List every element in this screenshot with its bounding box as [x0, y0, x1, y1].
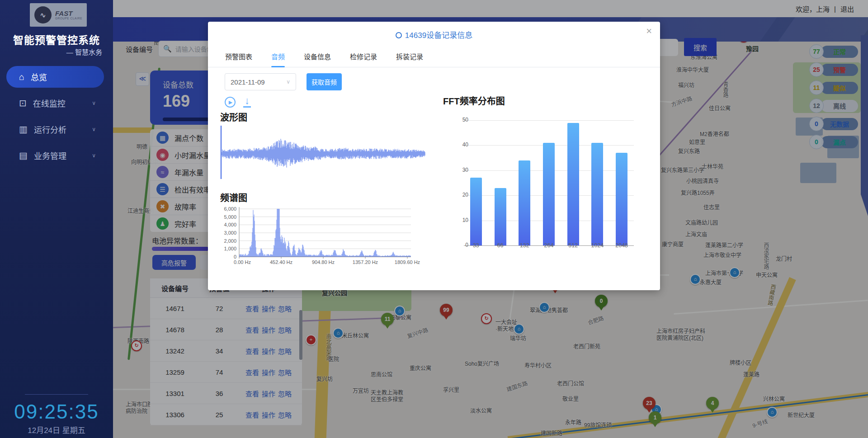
- map-cluster-pin[interactable]: 11: [381, 313, 394, 325]
- map-label: 老西门新苑: [573, 344, 600, 350]
- fft-y-tick: 10: [455, 217, 468, 223]
- high-risk-alarm-button[interactable]: 高危报警: [152, 255, 196, 270]
- device-record-modal: 14639设备记录信息 × 预警图表音频设备信息检修记录拆装记录 2021-11…: [208, 22, 660, 290]
- fft-y-tick: 20: [455, 192, 468, 198]
- map-cluster-pin[interactable]: 23: [643, 397, 656, 410]
- poi-building-icon[interactable]: ⌂: [767, 407, 778, 418]
- poi-building-icon[interactable]: ⌂: [514, 324, 524, 334]
- action-link-忽略[interactable]: 忽略: [278, 348, 292, 355]
- search-button[interactable]: 搜索: [684, 38, 717, 56]
- fetch-audio-button[interactable]: 获取音频: [307, 73, 342, 90]
- legend-badge-漏点[interactable]: 0漏点: [809, 135, 858, 149]
- action-link-忽略[interactable]: 忽略: [278, 411, 292, 419]
- tab-音频[interactable]: 音频: [271, 52, 285, 67]
- monitor-icon: ⊡: [19, 98, 27, 108]
- sidebar-item-4[interactable]: ▤业务管理∨: [6, 145, 104, 166]
- tab-设备信息[interactable]: 设备信息: [304, 52, 331, 67]
- poi-building-icon[interactable]: ⌂: [333, 328, 344, 339]
- map-label: 永年路: [565, 419, 581, 426]
- chevron-down-icon: ∨: [92, 126, 96, 132]
- date-select[interactable]: 2021-11-09 ∨: [225, 73, 296, 90]
- legend-badge-预警[interactable]: 25预警: [809, 62, 858, 77]
- logo: ∿ FAST GROUPE CLAIRE: [30, 3, 87, 27]
- map-cluster-pin[interactable]: 4: [706, 397, 719, 410]
- action-link-查看[interactable]: 查看: [245, 411, 259, 419]
- logo-wave-icon: ∿: [34, 6, 52, 24]
- fft-y-tick: 50: [455, 117, 468, 123]
- action-link-操作[interactable]: 操作: [262, 305, 275, 313]
- action-link-查看[interactable]: 查看: [245, 348, 259, 355]
- hospital-marker-icon[interactable]: +: [306, 334, 316, 345]
- map-label: 申天公寓: [756, 272, 778, 279]
- row-actions: 查看操作忽略: [239, 389, 298, 398]
- svg-text:1809.60 Hz: 1809.60 Hz: [395, 259, 420, 265]
- refresh-marker-icon[interactable]: ↻: [131, 340, 142, 351]
- close-icon[interactable]: ×: [646, 26, 652, 36]
- map-road-label: 西藏南路: [766, 283, 776, 306]
- topbar: 欢迎，上海 | 退出: [113, 0, 868, 17]
- poi-building-icon[interactable]: ⌂: [394, 306, 405, 316]
- legend-badge-疑似[interactable]: 11疑似: [809, 80, 858, 95]
- legend-badge-正常[interactable]: 77正常: [809, 44, 858, 59]
- poi-building-icon[interactable]: ⌂: [690, 274, 701, 285]
- legend-label: 正常: [821, 46, 858, 58]
- svg-text:0: 0: [234, 254, 236, 259]
- spectrum-chart: 01,0002,0003,0004,0005,0006,0000.00 Hz45…: [220, 204, 421, 272]
- map-cluster-pin[interactable]: 1: [649, 411, 661, 424]
- sidebar-item-2[interactable]: ⊡在线监控∨: [6, 92, 104, 114]
- record-ring-icon: [396, 32, 402, 38]
- action-link-忽略[interactable]: 忽略: [278, 326, 292, 334]
- action-link-查看[interactable]: 查看: [245, 305, 259, 313]
- collapse-panel-button[interactable]: ≪: [136, 72, 149, 86]
- map-label: 米丘林公寓: [342, 333, 369, 339]
- legend-badge-无数据[interactable]: 0无数据: [809, 117, 858, 131]
- action-link-操作[interactable]: 操作: [262, 390, 275, 398]
- map-label: 佳志里: [703, 204, 720, 211]
- action-link-操作[interactable]: 操作: [262, 326, 275, 334]
- action-link-查看[interactable]: 查看: [245, 390, 259, 398]
- map-label: 士林华苑: [702, 164, 723, 170]
- band-deco: [778, 17, 868, 42]
- legend-label: 疑似: [821, 82, 858, 94]
- sidebar-item-1[interactable]: ⌂总览: [6, 66, 104, 88]
- map-building: [800, 163, 836, 183]
- table-row: 1467828查看操作忽略: [150, 319, 302, 340]
- download-audio-icon[interactable]: ↓: [243, 96, 251, 108]
- action-link-查看[interactable]: 查看: [245, 326, 259, 334]
- map-label: 敬业里: [562, 396, 579, 403]
- poi-building-icon[interactable]: ⌂: [539, 302, 550, 313]
- sidebar-item-3[interactable]: ▥运行分析∨: [6, 118, 104, 140]
- tab-检修记录[interactable]: 检修记录: [350, 52, 377, 67]
- map-label: 合肥路: [587, 315, 605, 326]
- map-cluster-pin[interactable]: 99: [440, 304, 453, 316]
- metric-label: 完好率: [175, 218, 196, 229]
- battery-progress-bar: [152, 247, 209, 251]
- tab-预警图表[interactable]: 预警图表: [225, 52, 252, 67]
- chevron-down-icon: ∨: [286, 79, 290, 85]
- action-link-忽略[interactable]: 忽略: [278, 390, 292, 398]
- logout-link[interactable]: 退出: [840, 4, 854, 14]
- poi-building-icon[interactable]: ⌂: [729, 267, 740, 278]
- action-link-忽略[interactable]: 忽略: [278, 369, 292, 377]
- table-row: 1467172查看操作忽略: [150, 298, 302, 319]
- action-link-操作[interactable]: 操作: [262, 348, 275, 355]
- map-cluster-pin[interactable]: 0: [595, 295, 608, 307]
- map-label: 西凌家宅路: [762, 242, 769, 269]
- table-scrollbar[interactable]: [299, 310, 302, 360]
- action-link-操作[interactable]: 操作: [262, 369, 275, 377]
- device-id-cell: 13242: [150, 347, 200, 355]
- map-label: 孚兴里: [443, 387, 459, 394]
- action-link-忽略[interactable]: 忽略: [278, 305, 292, 313]
- action-link-操作[interactable]: 操作: [262, 411, 275, 419]
- tab-拆装记录[interactable]: 拆装记录: [396, 52, 423, 67]
- map-label: 康宁商厦: [662, 241, 684, 248]
- action-link-查看[interactable]: 查看: [245, 369, 259, 377]
- map-label: 文庙路幼儿园: [685, 220, 718, 226]
- table-row: 1330136查看操作忽略: [150, 383, 302, 404]
- refresh-marker-icon[interactable]: ↻: [481, 313, 492, 324]
- waveform-chart: [220, 126, 425, 181]
- legend-badge-离线[interactable]: 12离线: [809, 99, 858, 113]
- row-actions: 查看操作忽略: [239, 410, 298, 419]
- play-audio-icon[interactable]: ▶: [225, 97, 236, 108]
- grid-icon: ▦: [156, 132, 169, 144]
